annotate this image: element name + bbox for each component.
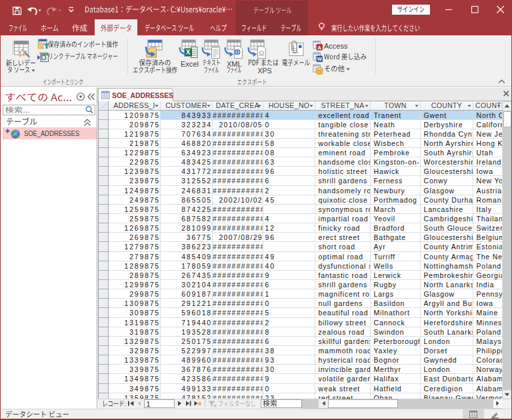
svg-text:A: A (318, 45, 322, 51)
svg-text:W: W (317, 56, 323, 62)
